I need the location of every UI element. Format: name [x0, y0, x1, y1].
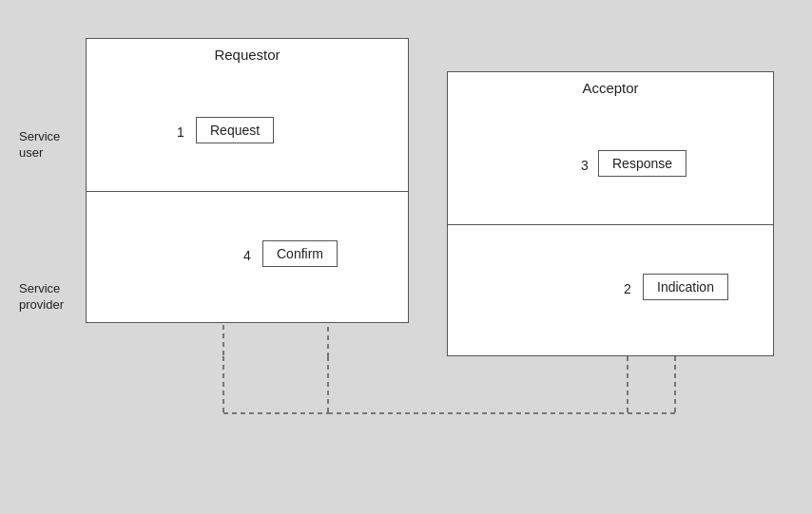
requestor-title: Requestor [87, 39, 408, 68]
service-provider-label: Serviceprovider [19, 219, 81, 375]
acceptor-title: Acceptor [448, 72, 773, 102]
side-labels: Serviceuser Serviceprovider [19, 71, 81, 375]
acceptor-box: Acceptor 3 Response 2 Indication [447, 71, 774, 356]
main-area: Requestor 1 Request 4 Confirm Acceptor 3… [86, 38, 783, 485]
confirm-number: 4 [243, 248, 251, 263]
acceptor-divider [448, 224, 773, 225]
requestor-divider [87, 191, 408, 192]
requestor-box: Requestor 1 Request 4 Confirm [86, 38, 409, 323]
request-box: Request [196, 117, 274, 143]
request-number: 1 [177, 124, 184, 140]
response-box: Response [598, 150, 686, 177]
diagram-container: Serviceuser Serviceprovider [19, 19, 793, 495]
response-number: 3 [581, 158, 589, 173]
service-user-label: Serviceuser [19, 71, 81, 219]
confirm-box: Confirm [262, 240, 338, 267]
indication-number: 2 [624, 281, 631, 296]
indication-box: Indication [643, 274, 728, 300]
